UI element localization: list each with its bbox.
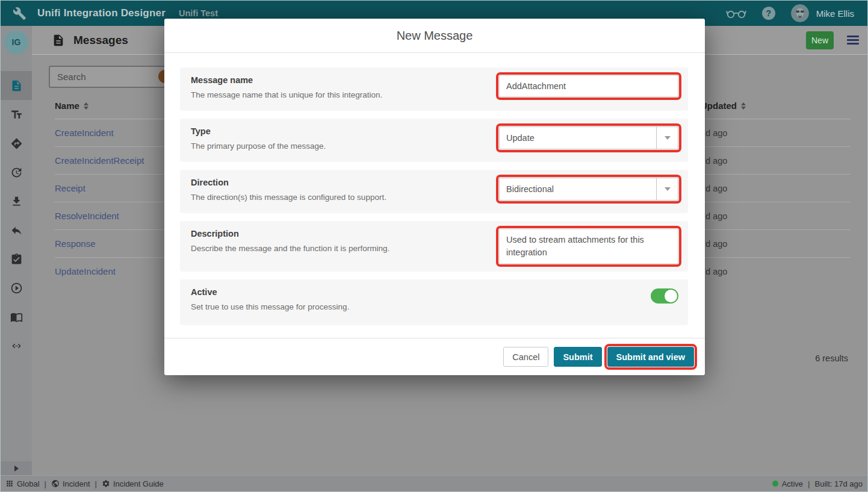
modal-body: Message name The message name that is un… — [164, 53, 705, 325]
messages-icon — [52, 34, 65, 47]
cancel-button[interactable]: Cancel — [503, 347, 548, 367]
field-label: Description — [191, 229, 389, 238]
direction-select-value: Bidirectional — [500, 178, 656, 200]
type-select[interactable]: Update — [499, 126, 678, 149]
user-avatar — [791, 4, 809, 22]
active-toggle[interactable] — [651, 288, 678, 304]
field-direction: Direction The direction(s) this message … — [180, 170, 688, 213]
environment-link[interactable]: Unifi Test — [179, 8, 218, 18]
scope-global[interactable]: Global — [5, 479, 40, 488]
description-textarea[interactable]: Used to stream attachments for this inte… — [499, 229, 678, 264]
message-name-link[interactable]: ResolveIncident — [55, 202, 119, 230]
message-name-link[interactable]: Response — [55, 230, 96, 258]
chevron-right-icon — [14, 466, 19, 472]
avatar-face-icon — [791, 4, 809, 22]
app-title: Unifi Integration Designer — [37, 7, 166, 19]
code-icon — [10, 340, 23, 352]
text-fields-icon — [10, 108, 23, 121]
sidebar-item-run[interactable] — [1, 273, 32, 302]
chevron-down-icon — [656, 178, 678, 200]
modal-title: New Message — [397, 29, 473, 43]
field-help: Set true to use this message for process… — [191, 302, 349, 311]
user-name: Mike Ellis — [816, 8, 854, 19]
sidebar-nav — [1, 71, 32, 360]
sidebar-item-directions[interactable] — [1, 129, 32, 158]
field-label: Message name — [191, 75, 382, 85]
scope-integration[interactable]: Incident Guide — [102, 479, 164, 488]
sidebar-item-api[interactable] — [1, 331, 32, 360]
type-select-value: Update — [500, 127, 656, 149]
field-help: The direction(s) this message is configu… — [191, 193, 386, 202]
user-menu[interactable]: Mike Ellis — [791, 4, 854, 22]
status-bar: Global | Incident | Incident Guide Activ… — [1, 475, 867, 491]
book-icon — [10, 311, 23, 323]
field-label: Type — [191, 126, 326, 136]
sidebar-item-documentation[interactable] — [1, 302, 32, 331]
workspace-avatar[interactable]: IG — [4, 30, 28, 54]
submit-and-view-button[interactable]: Submit and view — [607, 347, 694, 367]
field-description: Description Describe the message and the… — [180, 221, 688, 272]
field-type: Type The primary purpose of the message.… — [180, 119, 688, 162]
sidebar-expand-button[interactable] — [1, 461, 32, 475]
download-icon — [10, 195, 23, 208]
field-label: Direction — [191, 178, 386, 187]
field-label: Active — [191, 287, 349, 297]
status-text: Active — [782, 479, 803, 488]
tasks-icon — [10, 253, 23, 266]
glasses-icon — [726, 8, 746, 19]
direction-select[interactable]: Bidirectional — [499, 178, 678, 201]
message-name-input[interactable] — [499, 75, 678, 97]
history-icon — [10, 166, 23, 179]
sort-icon — [84, 102, 88, 110]
grid-icon — [5, 479, 14, 488]
scope-application[interactable]: Incident — [51, 479, 90, 488]
column-header-name[interactable]: Name — [55, 101, 88, 111]
field-help: The primary purpose of the message. — [191, 142, 326, 151]
sort-icon — [741, 102, 746, 110]
help-button[interactable]: ? — [762, 7, 775, 20]
chevron-down-icon — [656, 127, 678, 149]
wrench-icon — [13, 7, 26, 20]
modal-footer: Cancel Submit Submit and view — [164, 338, 705, 375]
field-active: Active Set true to use this message for … — [180, 279, 688, 325]
sidebar: IG — [1, 26, 32, 475]
gear-icon — [102, 479, 110, 488]
toggle-knob-icon — [665, 290, 677, 302]
directions-icon — [10, 137, 23, 150]
document-icon — [10, 79, 23, 92]
sidebar-item-messages[interactable] — [1, 71, 32, 100]
message-name-link[interactable]: CreateIncidentReceipt — [55, 147, 144, 175]
sidebar-item-fields[interactable] — [1, 100, 32, 129]
built-text: Built: 17d ago — [814, 479, 863, 488]
play-circle-icon — [10, 282, 23, 294]
new-message-modal: New Message Message name The message nam… — [164, 19, 705, 375]
new-button[interactable]: New — [806, 31, 834, 49]
menu-button[interactable] — [847, 36, 859, 45]
column-header-updated[interactable]: Updated — [701, 101, 746, 111]
field-help: The message name that is unique for this… — [191, 90, 382, 99]
separator: | — [95, 479, 97, 488]
sidebar-item-download[interactable] — [1, 187, 32, 216]
sidebar-item-tasks[interactable] — [1, 244, 32, 273]
separator: | — [45, 479, 46, 488]
sidebar-item-reply[interactable] — [1, 216, 32, 244]
field-help: Describe the message and the function it… — [191, 244, 389, 253]
separator: | — [808, 479, 810, 488]
preview-glasses-button[interactable] — [726, 8, 746, 19]
status-dot-icon — [772, 481, 778, 487]
modal-header: New Message — [164, 19, 705, 53]
page-title: Messages — [73, 34, 128, 47]
reply-icon — [10, 224, 23, 237]
message-name-link[interactable]: UpdateIncident — [55, 258, 116, 285]
help-icon: ? — [762, 7, 775, 20]
globe-icon — [51, 479, 60, 488]
app-window: Unifi Integration Designer Unifi Test ? — [0, 0, 868, 492]
message-name-link[interactable]: Receipt — [55, 175, 85, 202]
results-count: 6 results — [815, 353, 848, 363]
submit-button[interactable]: Submit — [554, 347, 601, 367]
message-name-link[interactable]: CreateIncident — [55, 119, 114, 147]
sidebar-item-history[interactable] — [1, 158, 32, 187]
field-message-name: Message name The message name that is un… — [180, 67, 688, 111]
